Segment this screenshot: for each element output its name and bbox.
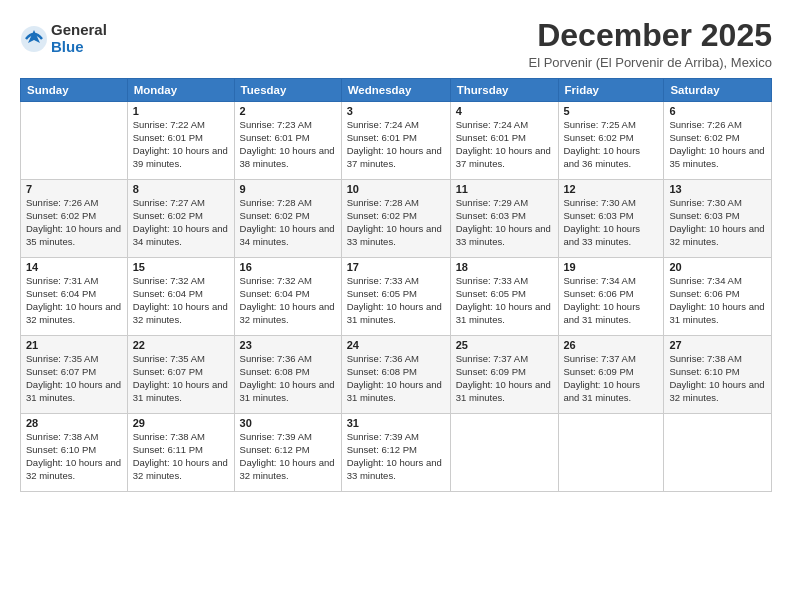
day-number: 24	[347, 339, 445, 351]
day-number: 1	[133, 105, 229, 117]
table-row: 7Sunrise: 7:26 AMSunset: 6:02 PMDaylight…	[21, 180, 128, 258]
day-info: Sunrise: 7:32 AMSunset: 6:04 PMDaylight:…	[133, 275, 229, 326]
table-row: 18Sunrise: 7:33 AMSunset: 6:05 PMDayligh…	[450, 258, 558, 336]
table-row: 16Sunrise: 7:32 AMSunset: 6:04 PMDayligh…	[234, 258, 341, 336]
day-info: Sunrise: 7:32 AMSunset: 6:04 PMDaylight:…	[240, 275, 336, 326]
day-info: Sunrise: 7:37 AMSunset: 6:09 PMDaylight:…	[456, 353, 553, 404]
table-row: 21Sunrise: 7:35 AMSunset: 6:07 PMDayligh…	[21, 336, 128, 414]
day-info: Sunrise: 7:39 AMSunset: 6:12 PMDaylight:…	[240, 431, 336, 482]
table-row	[664, 414, 772, 492]
day-info: Sunrise: 7:28 AMSunset: 6:02 PMDaylight:…	[347, 197, 445, 248]
table-row: 5Sunrise: 7:25 AMSunset: 6:02 PMDaylight…	[558, 102, 664, 180]
day-info: Sunrise: 7:24 AMSunset: 6:01 PMDaylight:…	[347, 119, 445, 170]
day-info: Sunrise: 7:24 AMSunset: 6:01 PMDaylight:…	[456, 119, 553, 170]
table-row: 28Sunrise: 7:38 AMSunset: 6:10 PMDayligh…	[21, 414, 128, 492]
day-info: Sunrise: 7:30 AMSunset: 6:03 PMDaylight:…	[669, 197, 766, 248]
calendar-week-row: 28Sunrise: 7:38 AMSunset: 6:10 PMDayligh…	[21, 414, 772, 492]
table-row: 27Sunrise: 7:38 AMSunset: 6:10 PMDayligh…	[664, 336, 772, 414]
table-row: 12Sunrise: 7:30 AMSunset: 6:03 PMDayligh…	[558, 180, 664, 258]
table-row	[21, 102, 128, 180]
table-row: 23Sunrise: 7:36 AMSunset: 6:08 PMDayligh…	[234, 336, 341, 414]
day-info: Sunrise: 7:35 AMSunset: 6:07 PMDaylight:…	[26, 353, 122, 404]
day-info: Sunrise: 7:30 AMSunset: 6:03 PMDaylight:…	[564, 197, 659, 248]
day-number: 28	[26, 417, 122, 429]
day-info: Sunrise: 7:36 AMSunset: 6:08 PMDaylight:…	[240, 353, 336, 404]
col-wednesday: Wednesday	[341, 79, 450, 102]
table-row: 6Sunrise: 7:26 AMSunset: 6:02 PMDaylight…	[664, 102, 772, 180]
logo-blue-text: Blue	[51, 39, 107, 56]
table-row: 19Sunrise: 7:34 AMSunset: 6:06 PMDayligh…	[558, 258, 664, 336]
day-number: 4	[456, 105, 553, 117]
day-number: 12	[564, 183, 659, 195]
day-info: Sunrise: 7:34 AMSunset: 6:06 PMDaylight:…	[564, 275, 659, 326]
table-row: 11Sunrise: 7:29 AMSunset: 6:03 PMDayligh…	[450, 180, 558, 258]
day-info: Sunrise: 7:28 AMSunset: 6:02 PMDaylight:…	[240, 197, 336, 248]
day-info: Sunrise: 7:38 AMSunset: 6:10 PMDaylight:…	[26, 431, 122, 482]
day-number: 15	[133, 261, 229, 273]
table-row: 1Sunrise: 7:22 AMSunset: 6:01 PMDaylight…	[127, 102, 234, 180]
logo: General Blue	[20, 22, 107, 55]
day-number: 11	[456, 183, 553, 195]
table-row: 29Sunrise: 7:38 AMSunset: 6:11 PMDayligh…	[127, 414, 234, 492]
table-row: 2Sunrise: 7:23 AMSunset: 6:01 PMDaylight…	[234, 102, 341, 180]
table-row: 15Sunrise: 7:32 AMSunset: 6:04 PMDayligh…	[127, 258, 234, 336]
day-info: Sunrise: 7:34 AMSunset: 6:06 PMDaylight:…	[669, 275, 766, 326]
calendar-table: Sunday Monday Tuesday Wednesday Thursday…	[20, 78, 772, 492]
day-info: Sunrise: 7:39 AMSunset: 6:12 PMDaylight:…	[347, 431, 445, 482]
col-friday: Friday	[558, 79, 664, 102]
day-number: 30	[240, 417, 336, 429]
day-info: Sunrise: 7:38 AMSunset: 6:11 PMDaylight:…	[133, 431, 229, 482]
location-subtitle: El Porvenir (El Porvenir de Arriba), Mex…	[529, 55, 772, 70]
day-number: 19	[564, 261, 659, 273]
day-number: 6	[669, 105, 766, 117]
day-number: 23	[240, 339, 336, 351]
col-monday: Monday	[127, 79, 234, 102]
day-info: Sunrise: 7:22 AMSunset: 6:01 PMDaylight:…	[133, 119, 229, 170]
day-number: 13	[669, 183, 766, 195]
day-number: 9	[240, 183, 336, 195]
calendar-week-row: 21Sunrise: 7:35 AMSunset: 6:07 PMDayligh…	[21, 336, 772, 414]
day-info: Sunrise: 7:33 AMSunset: 6:05 PMDaylight:…	[347, 275, 445, 326]
table-row: 25Sunrise: 7:37 AMSunset: 6:09 PMDayligh…	[450, 336, 558, 414]
day-info: Sunrise: 7:38 AMSunset: 6:10 PMDaylight:…	[669, 353, 766, 404]
day-info: Sunrise: 7:25 AMSunset: 6:02 PMDaylight:…	[564, 119, 659, 170]
day-number: 5	[564, 105, 659, 117]
table-row: 9Sunrise: 7:28 AMSunset: 6:02 PMDaylight…	[234, 180, 341, 258]
day-info: Sunrise: 7:37 AMSunset: 6:09 PMDaylight:…	[564, 353, 659, 404]
day-number: 27	[669, 339, 766, 351]
table-row: 26Sunrise: 7:37 AMSunset: 6:09 PMDayligh…	[558, 336, 664, 414]
day-info: Sunrise: 7:23 AMSunset: 6:01 PMDaylight:…	[240, 119, 336, 170]
day-number: 3	[347, 105, 445, 117]
day-number: 16	[240, 261, 336, 273]
day-info: Sunrise: 7:26 AMSunset: 6:02 PMDaylight:…	[669, 119, 766, 170]
logo-icon	[20, 25, 48, 53]
table-row: 4Sunrise: 7:24 AMSunset: 6:01 PMDaylight…	[450, 102, 558, 180]
table-row: 30Sunrise: 7:39 AMSunset: 6:12 PMDayligh…	[234, 414, 341, 492]
table-row: 8Sunrise: 7:27 AMSunset: 6:02 PMDaylight…	[127, 180, 234, 258]
day-info: Sunrise: 7:35 AMSunset: 6:07 PMDaylight:…	[133, 353, 229, 404]
page: General Blue December 2025 El Porvenir (…	[0, 0, 792, 612]
table-row: 20Sunrise: 7:34 AMSunset: 6:06 PMDayligh…	[664, 258, 772, 336]
day-info: Sunrise: 7:29 AMSunset: 6:03 PMDaylight:…	[456, 197, 553, 248]
day-info: Sunrise: 7:33 AMSunset: 6:05 PMDaylight:…	[456, 275, 553, 326]
day-info: Sunrise: 7:36 AMSunset: 6:08 PMDaylight:…	[347, 353, 445, 404]
col-sunday: Sunday	[21, 79, 128, 102]
day-number: 2	[240, 105, 336, 117]
table-row: 10Sunrise: 7:28 AMSunset: 6:02 PMDayligh…	[341, 180, 450, 258]
logo-text: General Blue	[51, 22, 107, 55]
table-row: 31Sunrise: 7:39 AMSunset: 6:12 PMDayligh…	[341, 414, 450, 492]
day-info: Sunrise: 7:26 AMSunset: 6:02 PMDaylight:…	[26, 197, 122, 248]
header: General Blue December 2025 El Porvenir (…	[20, 18, 772, 70]
day-number: 25	[456, 339, 553, 351]
col-tuesday: Tuesday	[234, 79, 341, 102]
table-row	[450, 414, 558, 492]
day-number: 22	[133, 339, 229, 351]
day-number: 31	[347, 417, 445, 429]
day-number: 10	[347, 183, 445, 195]
day-info: Sunrise: 7:27 AMSunset: 6:02 PMDaylight:…	[133, 197, 229, 248]
calendar-header-row: Sunday Monday Tuesday Wednesday Thursday…	[21, 79, 772, 102]
col-thursday: Thursday	[450, 79, 558, 102]
month-title: December 2025	[529, 18, 772, 53]
day-number: 7	[26, 183, 122, 195]
table-row: 14Sunrise: 7:31 AMSunset: 6:04 PMDayligh…	[21, 258, 128, 336]
